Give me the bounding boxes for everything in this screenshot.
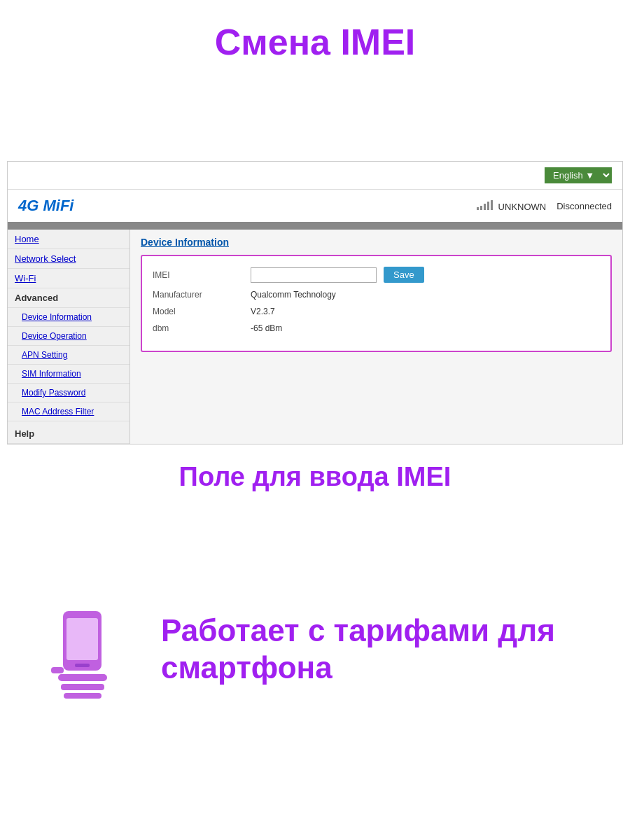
connection-status: Disconnected <box>556 201 612 211</box>
sidebar-item-sim-information[interactable]: SIM Information <box>8 365 130 384</box>
router-status-area: UNKNOWN Disconnected <box>477 200 612 212</box>
sidebar-item-device-information[interactable]: Device Information <box>8 308 130 327</box>
signal-bar-2 <box>480 206 482 210</box>
signal-bar-4 <box>487 202 489 210</box>
bottom-spacer <box>0 503 630 573</box>
model-row: Model V2.3.7 <box>153 307 600 316</box>
svg-rect-6 <box>51 667 64 673</box>
top-title-section: Смена IMEI <box>0 0 630 77</box>
router-content: Device Information IMEI Save Manufacture… <box>130 230 622 444</box>
sidebar-item-help[interactable]: Help <box>8 424 130 444</box>
bottom-section: Работает с тарифами для смартфона <box>0 573 630 727</box>
model-label: Model <box>153 307 251 316</box>
router-main-layout: Home Network Select Wi-Fi Advanced Devic… <box>8 230 622 444</box>
save-button[interactable]: Save <box>384 267 424 283</box>
device-info-box: IMEI Save Manufacturer Qualcomm Technolo… <box>141 255 612 352</box>
bottom-main-text: Работает с тарифами для смартфона <box>161 612 602 687</box>
sidebar-item-home[interactable]: Home <box>8 230 130 249</box>
dbm-label: dbm <box>153 323 251 333</box>
sidebar-item-network-select[interactable]: Network Select <box>8 249 130 269</box>
svg-rect-5 <box>64 693 102 699</box>
signal-bar-1 <box>477 207 479 210</box>
content-section-title: Device Information <box>141 237 612 248</box>
model-value: V2.3.7 <box>251 307 275 316</box>
sidebar-item-apn-setting[interactable]: APN Setting <box>8 346 130 365</box>
imei-input[interactable] <box>251 267 377 283</box>
spacer-top <box>0 77 630 161</box>
sidebar-item-advanced[interactable]: Advanced <box>8 288 130 308</box>
manufacturer-row: Manufacturer Qualcomm Technology <box>153 290 600 300</box>
dbm-value: -65 dBm <box>251 323 282 333</box>
imei-label-section: Поле для ввода IMEI <box>0 444 630 503</box>
sidebar-item-device-operation[interactable]: Device Operation <box>8 327 130 346</box>
manufacturer-value: Qualcomm Technology <box>251 290 336 300</box>
svg-rect-2 <box>75 664 90 667</box>
router-logo: 4G MiFi <box>18 197 74 215</box>
sidebar-item-modify-password[interactable]: Modify Password <box>8 384 130 402</box>
router-ui-panel: English ▼ 4G MiFi UNKNOWN Disconnected <box>7 161 623 444</box>
imei-row: IMEI Save <box>153 267 600 283</box>
phone-hand-icon <box>31 597 136 702</box>
signal-bar-5 <box>491 200 493 210</box>
router-topbar: English ▼ <box>8 162 622 190</box>
sidebar-item-wifi[interactable]: Wi-Fi <box>8 269 130 288</box>
router-sidebar: Home Network Select Wi-Fi Advanced Devic… <box>8 230 130 444</box>
signal-label: UNKNOWN <box>498 202 547 212</box>
phone-icon-wrap <box>28 594 140 706</box>
svg-rect-4 <box>61 684 104 690</box>
manufacturer-label: Manufacturer <box>153 290 251 300</box>
router-nav-bar <box>8 224 622 230</box>
page-main-title: Смена IMEI <box>14 21 616 63</box>
imei-field-label-text: Поле для ввода IMEI <box>14 462 616 492</box>
signal-bar-3 <box>484 204 486 210</box>
signal-bars <box>477 200 493 210</box>
svg-rect-3 <box>58 674 107 681</box>
dbm-row: dbm -65 dBm <box>153 323 600 333</box>
imei-label: IMEI <box>153 270 251 280</box>
sidebar-item-mac-address-filter[interactable]: MAC Address Filter <box>8 402 130 421</box>
language-select[interactable]: English ▼ <box>545 167 612 183</box>
svg-rect-1 <box>66 618 98 660</box>
signal-icon: UNKNOWN <box>477 200 546 212</box>
router-header: 4G MiFi UNKNOWN Disconnected <box>8 190 622 224</box>
